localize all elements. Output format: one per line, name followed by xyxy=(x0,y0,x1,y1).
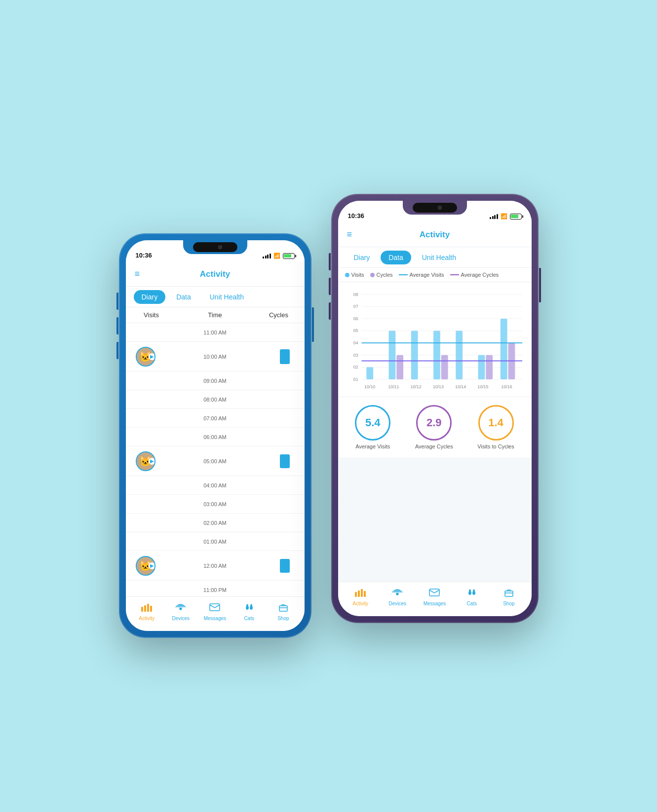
left-phone: 10:36 📶 ≡ Activity xyxy=(119,233,311,638)
svg-text:10/12: 10/12 xyxy=(410,384,421,389)
time-10: 01:00 AM xyxy=(165,537,265,547)
legend-cycles: Cycles xyxy=(370,272,393,278)
diary-row-3: 08:00 AM xyxy=(126,390,305,409)
svg-text:04: 04 xyxy=(353,340,358,345)
cycle-slot-11 xyxy=(265,559,305,573)
stat-circle-avg-visits: 5.4 xyxy=(355,405,390,441)
menu-icon-left[interactable]: ≡ xyxy=(135,269,140,279)
stat-label-avg-cycles: Average Cycles xyxy=(415,443,453,449)
legend-line-avg-cycles xyxy=(450,274,459,275)
visit-slot-12 xyxy=(126,588,165,592)
legend-dot-cycles xyxy=(370,273,375,277)
diary-row-6: 🐱 05:00 AM xyxy=(126,446,305,476)
stat-circle-avg-cycles: 2.9 xyxy=(416,405,452,441)
diary-col-cycles: Cycles xyxy=(259,311,299,319)
nav-devices-left[interactable]: Devices xyxy=(167,603,194,621)
diary-row-7: 04:00 AM xyxy=(126,476,305,495)
notch-left xyxy=(183,240,247,254)
legend-label-cycles: Cycles xyxy=(377,272,393,278)
svg-text:10/10: 10/10 xyxy=(364,384,375,389)
menu-icon-right[interactable]: ≡ xyxy=(347,229,352,240)
visit-slot-9 xyxy=(126,521,165,525)
app-title-right: Activity xyxy=(420,230,450,240)
svg-rect-0 xyxy=(141,607,143,612)
nav-activity-right[interactable]: Activity xyxy=(347,588,374,606)
battery-right xyxy=(510,214,522,220)
nav-cats-left[interactable]: Cats xyxy=(235,603,263,621)
diary-row-11: 🐱 12:00 AM xyxy=(126,551,305,581)
tab-data-right[interactable]: Data xyxy=(381,251,411,264)
visit-slot-4 xyxy=(126,416,165,420)
stat-avg-cycles: 2.9 Average Cycles xyxy=(415,405,453,449)
status-time-left: 10:36 xyxy=(136,252,152,259)
svg-text:06: 06 xyxy=(353,316,358,321)
svg-point-39 xyxy=(396,593,398,595)
diary-content: Visits Time Cycles 11:00 AM 🐱 10:00 AM xyxy=(126,307,305,596)
bar-visits-3 xyxy=(433,331,440,379)
diary-col-time: Time xyxy=(171,311,259,319)
nav-cats-right[interactable]: Cats xyxy=(458,588,485,606)
bottom-nav-left: Activity Devices xyxy=(126,596,305,631)
nav-devices-right[interactable]: Devices xyxy=(384,588,411,606)
diary-row-1: 🐱 10:00 AM xyxy=(126,342,305,371)
visit-slot-0 xyxy=(126,331,165,334)
bar-cycles-3 xyxy=(441,355,448,379)
time-6: 05:00 AM xyxy=(165,456,265,466)
cycle-bar-1 xyxy=(280,349,290,364)
nav-messages-left[interactable]: Messages xyxy=(201,603,229,621)
diary-header: Visits Time Cycles xyxy=(126,307,305,323)
visit-slot-3 xyxy=(126,398,165,402)
tab-data-left[interactable]: Data xyxy=(168,290,199,304)
time-4: 07:00 AM xyxy=(165,413,265,423)
nav-shop-right[interactable]: Shop xyxy=(495,588,522,606)
tab-bar-left: Diary Data Unit Health xyxy=(126,287,305,307)
stats-row: 5.4 Average Visits 2.9 Average Cycles 1.… xyxy=(338,397,532,457)
diary-row-8: 03:00 AM xyxy=(126,495,305,514)
messages-icon-right xyxy=(429,588,440,599)
tab-unit-health-right[interactable]: Unit Health xyxy=(414,251,464,264)
svg-rect-37 xyxy=(361,589,363,597)
svg-rect-3 xyxy=(150,606,152,612)
battery-fill-right xyxy=(511,215,518,218)
shop-icon-left xyxy=(278,603,289,614)
diary-row-5: 06:00 AM xyxy=(126,428,305,446)
diary-row-0: 11:00 AM xyxy=(126,323,305,342)
svg-text:02: 02 xyxy=(353,365,358,369)
nav-shop-left[interactable]: Shop xyxy=(270,603,297,621)
stat-label-visits-cycles: Visits to Cycles xyxy=(477,443,514,449)
nav-messages-right[interactable]: Messages xyxy=(421,588,448,606)
time-5: 06:00 AM xyxy=(165,432,265,442)
nav-activity-left[interactable]: Activity xyxy=(133,603,160,621)
wifi-icon-left: 📶 xyxy=(273,253,280,259)
tab-unit-health-left[interactable]: Unit Health xyxy=(202,290,252,304)
svg-text:07: 07 xyxy=(353,304,358,309)
cycle-bar-3 xyxy=(280,559,290,573)
nav-label-cats-right: Cats xyxy=(466,601,477,606)
time-7: 04:00 AM xyxy=(165,480,265,490)
right-screen: 10:36 📶 ≡ Activity xyxy=(338,201,532,616)
cycle-slot-1 xyxy=(265,349,305,364)
svg-text:10/13: 10/13 xyxy=(432,384,443,389)
tab-diary-right[interactable]: Diary xyxy=(346,251,378,264)
left-screen: 10:36 📶 ≡ Activity xyxy=(126,240,305,631)
shop-icon-right xyxy=(503,588,514,599)
signal-icon-left xyxy=(263,253,271,258)
tab-diary-left[interactable]: Diary xyxy=(134,290,166,304)
bar-visits-1 xyxy=(388,331,395,379)
cat-avatar-1: 🐱 xyxy=(136,347,155,367)
status-time-right: 10:36 xyxy=(348,212,364,220)
svg-point-4 xyxy=(180,608,182,610)
camera-right xyxy=(438,206,442,210)
svg-rect-36 xyxy=(358,591,360,597)
cat-avatar-2: 🐱 xyxy=(136,451,155,471)
diary-row-4: 07:00 AM xyxy=(126,409,305,428)
messages-icon-left xyxy=(209,603,220,614)
svg-text:10/14: 10/14 xyxy=(455,384,466,389)
bar-visits-2 xyxy=(411,331,418,379)
right-phone: 10:36 📶 ≡ Activity xyxy=(331,194,539,623)
visit-slot-7 xyxy=(126,483,165,487)
cats-icon-right xyxy=(466,588,477,599)
visit-slot-11: 🐱 xyxy=(126,554,165,578)
legend-line-avg-visits xyxy=(399,274,408,275)
time-11: 12:00 AM xyxy=(165,561,265,571)
